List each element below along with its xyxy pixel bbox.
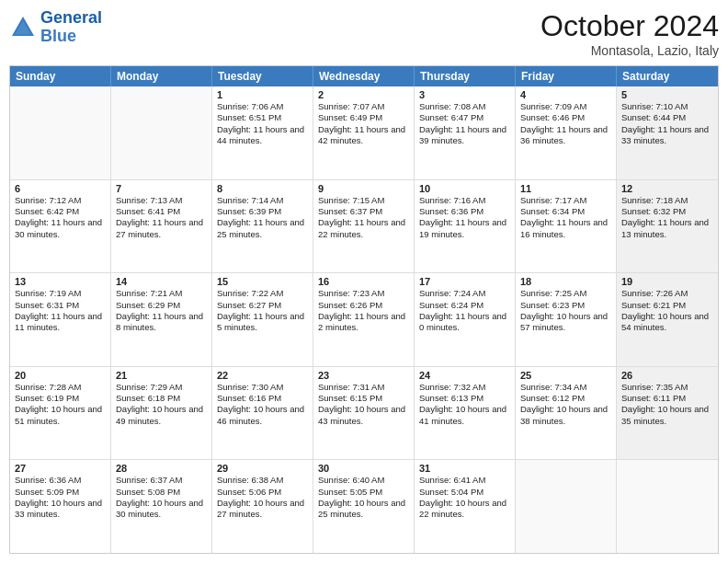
calendar: Sunday Monday Tuesday Wednesday Thursday… [9,65,719,554]
calendar-cell: 21Sunrise: 7:29 AMSunset: 6:18 PMDayligh… [111,367,212,460]
sunrise-text: Sunrise: 6:41 AM [419,475,510,486]
daylight-text: Daylight: 10 hours and 46 minutes. [217,404,308,427]
daylight-text: Daylight: 11 hours and 44 minutes. [217,124,308,147]
calendar-cell [516,460,617,553]
sunset-text: Sunset: 6:44 PM [621,112,713,123]
sunset-text: Sunset: 6:11 PM [621,393,713,404]
calendar-cell: 2Sunrise: 7:07 AMSunset: 6:49 PMDaylight… [313,86,415,179]
sunset-text: Sunset: 6:26 PM [318,300,409,311]
sunrise-text: Sunrise: 7:15 AM [318,195,409,206]
daylight-text: Daylight: 10 hours and 57 minutes. [520,311,611,334]
sunrise-text: Sunrise: 7:26 AM [621,288,713,299]
daylight-text: Daylight: 11 hours and 36 minutes. [520,124,611,147]
sunrise-text: Sunrise: 7:10 AM [621,101,713,112]
calendar-row: 13Sunrise: 7:19 AMSunset: 6:31 PMDayligh… [10,273,718,367]
sunset-text: Sunset: 6:13 PM [419,393,510,404]
calendar-cell: 29Sunrise: 6:38 AMSunset: 5:06 PMDayligh… [212,460,313,553]
calendar-cell: 6Sunrise: 7:12 AMSunset: 6:42 PMDaylight… [10,180,111,273]
day-number: 21 [116,370,207,381]
sunset-text: Sunset: 6:19 PM [15,393,106,404]
day-number: 18 [520,276,611,287]
sunrise-text: Sunrise: 7:23 AM [318,288,409,299]
sunset-text: Sunset: 6:23 PM [520,300,611,311]
sunrise-text: Sunrise: 7:06 AM [217,101,308,112]
sunset-text: Sunset: 6:16 PM [217,393,308,404]
sunrise-text: Sunrise: 7:25 AM [520,288,611,299]
day-number: 23 [318,370,409,381]
sunset-text: Sunset: 6:34 PM [520,206,611,217]
day-number: 5 [621,89,713,100]
sunset-text: Sunset: 6:49 PM [318,112,409,123]
calendar-row: 6Sunrise: 7:12 AMSunset: 6:42 PMDaylight… [10,180,718,274]
calendar-cell: 27Sunrise: 6:36 AMSunset: 5:09 PMDayligh… [10,460,111,553]
header-thursday: Thursday [415,66,516,86]
sunrise-text: Sunrise: 7:34 AM [520,382,611,393]
sunset-text: Sunset: 6:12 PM [520,393,611,404]
day-number: 15 [217,276,308,287]
daylight-text: Daylight: 11 hours and 22 minutes. [318,217,409,240]
header: General Blue October 2024 Montasola, Laz… [9,9,719,58]
title-block: October 2024 Montasola, Lazio, Italy [540,9,719,58]
sunrise-text: Sunrise: 6:37 AM [116,475,207,486]
calendar-cell: 14Sunrise: 7:21 AMSunset: 6:29 PMDayligh… [111,273,212,366]
daylight-text: Daylight: 11 hours and 39 minutes. [419,124,510,147]
day-number: 9 [318,183,409,194]
header-monday: Monday [111,66,212,86]
calendar-cell: 1Sunrise: 7:06 AMSunset: 6:51 PMDaylight… [212,86,313,179]
day-number: 1 [217,89,308,100]
sunset-text: Sunset: 5:05 PM [318,487,409,498]
sunrise-text: Sunrise: 7:08 AM [419,101,510,112]
daylight-text: Daylight: 11 hours and 0 minutes. [419,311,510,334]
day-number: 20 [15,370,106,381]
calendar-cell: 20Sunrise: 7:28 AMSunset: 6:19 PMDayligh… [10,367,111,460]
daylight-text: Daylight: 11 hours and 2 minutes. [318,311,409,334]
daylight-text: Daylight: 11 hours and 25 minutes. [217,217,308,240]
sunrise-text: Sunrise: 7:32 AM [419,382,510,393]
day-number: 14 [116,276,207,287]
daylight-text: Daylight: 11 hours and 42 minutes. [318,124,409,147]
sunset-text: Sunset: 5:09 PM [15,487,106,498]
logo-icon [9,14,37,41]
calendar-cell: 3Sunrise: 7:08 AMSunset: 6:47 PMDaylight… [415,86,516,179]
daylight-text: Daylight: 11 hours and 30 minutes. [15,217,106,240]
sunrise-text: Sunrise: 7:17 AM [520,195,611,206]
daylight-text: Daylight: 11 hours and 19 minutes. [419,217,510,240]
day-number: 17 [419,276,510,287]
header-wednesday: Wednesday [313,66,415,86]
daylight-text: Daylight: 11 hours and 11 minutes. [15,311,106,334]
calendar-cell: 23Sunrise: 7:31 AMSunset: 6:15 PMDayligh… [313,367,415,460]
day-number: 24 [419,370,510,381]
calendar-cell: 25Sunrise: 7:34 AMSunset: 6:12 PMDayligh… [516,367,617,460]
calendar-cell: 11Sunrise: 7:17 AMSunset: 6:34 PMDayligh… [516,180,617,273]
header-tuesday: Tuesday [212,66,313,86]
sunset-text: Sunset: 6:42 PM [15,206,106,217]
calendar-row: 1Sunrise: 7:06 AMSunset: 6:51 PMDaylight… [10,86,718,180]
day-number: 25 [520,370,611,381]
calendar-cell: 19Sunrise: 7:26 AMSunset: 6:21 PMDayligh… [617,273,718,366]
daylight-text: Daylight: 10 hours and 54 minutes. [621,311,713,334]
calendar-cell: 17Sunrise: 7:24 AMSunset: 6:24 PMDayligh… [415,273,516,366]
sunrise-text: Sunrise: 7:12 AM [15,195,106,206]
day-number: 29 [217,463,308,474]
daylight-text: Daylight: 10 hours and 51 minutes. [15,404,106,427]
logo-general: General [40,8,102,27]
daylight-text: Daylight: 10 hours and 25 minutes. [318,498,409,521]
day-number: 16 [318,276,409,287]
daylight-text: Daylight: 10 hours and 38 minutes. [520,404,611,427]
daylight-text: Daylight: 11 hours and 16 minutes. [520,217,611,240]
header-saturday: Saturday [617,66,718,86]
daylight-text: Daylight: 11 hours and 13 minutes. [621,217,713,240]
sunrise-text: Sunrise: 7:09 AM [520,101,611,112]
logo: General Blue [9,9,102,46]
day-number: 10 [419,183,510,194]
sunset-text: Sunset: 6:29 PM [116,300,207,311]
sunset-text: Sunset: 5:08 PM [116,487,207,498]
location: Montasola, Lazio, Italy [540,43,719,58]
calendar-cell: 18Sunrise: 7:25 AMSunset: 6:23 PMDayligh… [516,273,617,366]
day-number: 4 [520,89,611,100]
sunset-text: Sunset: 6:46 PM [520,112,611,123]
day-number: 8 [217,183,308,194]
sunset-text: Sunset: 6:31 PM [15,300,106,311]
sunset-text: Sunset: 6:32 PM [621,206,713,217]
sunrise-text: Sunrise: 7:19 AM [15,288,106,299]
